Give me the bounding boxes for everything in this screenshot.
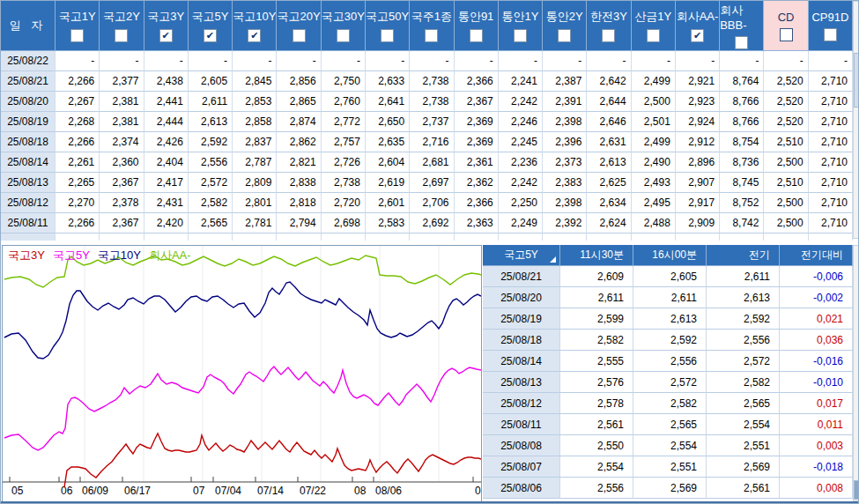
rate-cell[interactable]: -	[277, 51, 321, 71]
rate-cell[interactable]: 2,923	[676, 92, 720, 112]
rate-cell[interactable]: 2,582	[189, 193, 233, 213]
detail-value-cell[interactable]: 2,613	[707, 287, 780, 308]
detail-date-cell[interactable]: 25/08/11	[483, 414, 560, 435]
column-header[interactable]: 국고3Y✔	[144, 1, 189, 51]
row-date[interactable]: 25/08/14	[1, 152, 56, 173]
detail-value-cell[interactable]: 2,611	[633, 287, 707, 308]
rate-cell[interactable]: 2,374	[100, 132, 144, 152]
column-checkbox[interactable]	[70, 29, 84, 42]
rate-cell[interactable]: -	[56, 51, 100, 71]
column-header[interactable]: CP91D	[809, 1, 853, 51]
rate-cell[interactable]: 2,500	[764, 193, 808, 213]
rate-cell[interactable]: 2,499	[632, 71, 676, 92]
column-checkbox[interactable]: ✔	[204, 29, 217, 42]
rate-cell[interactable]: 2,236	[499, 152, 543, 173]
rate-cell[interactable]: -	[764, 51, 808, 71]
detail-value-cell[interactable]: 2,592	[633, 330, 707, 351]
rate-cell[interactable]: 2,360	[100, 152, 144, 173]
detail-column-header[interactable]: 11시30분	[560, 245, 633, 266]
rate-cell[interactable]: 2,520	[764, 71, 808, 92]
rate-cell[interactable]: 2,387	[543, 71, 587, 92]
change-cell[interactable]: -0,018	[780, 456, 853, 478]
change-cell[interactable]: -0,016	[780, 351, 853, 372]
rate-cell[interactable]: 2,265	[56, 173, 100, 193]
column-checkbox[interactable]: ✔	[691, 29, 704, 42]
rate-cell[interactable]: 2,644	[587, 92, 631, 112]
rate-cell[interactable]: 2,738	[410, 71, 454, 92]
rate-cell[interactable]: 8,752	[720, 193, 764, 213]
column-header[interactable]: CD	[764, 1, 808, 51]
rate-cell[interactable]: 2,583	[366, 213, 410, 233]
detail-value-cell[interactable]: 2,554	[560, 456, 633, 478]
rate-cell[interactable]: -	[189, 51, 233, 71]
column-checkbox[interactable]	[780, 28, 793, 41]
rate-cell[interactable]: 2,266	[56, 132, 100, 152]
row-date[interactable]: 25/08/18	[1, 132, 56, 152]
column-checkbox[interactable]	[602, 29, 615, 42]
rate-cell[interactable]: 2,404	[144, 152, 189, 173]
rate-cell[interactable]: -	[632, 51, 676, 71]
rate-cell[interactable]: 2,698	[322, 213, 366, 233]
rate-cell[interactable]: 2,862	[277, 132, 321, 152]
rate-cell[interactable]: 2,845	[233, 71, 277, 92]
rate-cell[interactable]: 2,760	[322, 92, 366, 112]
rate-cell[interactable]: 2,520	[764, 112, 808, 132]
column-header[interactable]: 회사BBB-	[720, 1, 764, 51]
rate-cell[interactable]: 2,245	[499, 132, 543, 152]
column-checkbox[interactable]	[824, 28, 837, 41]
rate-cell[interactable]: 2,444	[144, 112, 189, 132]
rate-cell[interactable]: 2,624	[587, 213, 631, 233]
rate-cell[interactable]: 2,801	[233, 193, 277, 213]
rate-cell[interactable]: 2,266	[56, 213, 100, 233]
rate-cell[interactable]: 2,896	[676, 152, 720, 173]
row-date[interactable]: 25/08/11	[1, 213, 56, 233]
detail-date-cell[interactable]: 25/08/12	[483, 393, 560, 414]
detail-value-cell[interactable]: 2,554	[707, 414, 780, 435]
rate-cell[interactable]: -	[100, 51, 144, 71]
rate-cell[interactable]: 2,681	[410, 152, 454, 173]
rate-cell[interactable]: 2,369	[455, 112, 499, 132]
detail-column-header[interactable]: 전기	[707, 245, 780, 266]
rate-cell[interactable]: 2,772	[322, 112, 366, 132]
rate-cell[interactable]: 2,367	[455, 92, 499, 112]
rate-cell[interactable]: 2,710	[809, 193, 853, 213]
change-cell[interactable]: 0,017	[780, 393, 853, 414]
column-header[interactable]: 국고20Y	[277, 1, 321, 51]
detail-column-header[interactable]: 전기대비	[780, 245, 853, 266]
rate-cell[interactable]: 2,631	[587, 132, 631, 152]
rate-cell[interactable]: 2,697	[410, 173, 454, 193]
rate-cell[interactable]: 2,381	[100, 112, 144, 132]
detail-date-cell[interactable]: 25/08/07	[483, 456, 560, 478]
rate-cell[interactable]: 2,601	[366, 193, 410, 213]
detail-value-cell[interactable]: 2,576	[560, 372, 633, 393]
rate-cell[interactable]: 2,646	[587, 112, 631, 132]
rate-cell[interactable]: 8,766	[720, 112, 764, 132]
column-header[interactable]: 통안91	[455, 1, 499, 51]
rate-cell[interactable]: 2,500	[764, 152, 808, 173]
column-checkbox[interactable]	[647, 29, 660, 42]
rate-cell[interactable]: 2,692	[410, 213, 454, 233]
rate-cell[interactable]: 2,266	[56, 71, 100, 92]
column-header[interactable]: 회사AA-✔	[676, 1, 720, 51]
rate-cell[interactable]: 2,510	[764, 132, 808, 152]
detail-date-cell[interactable]: 25/08/13	[483, 372, 560, 393]
rate-cell[interactable]: 2,490	[632, 152, 676, 173]
rate-cell[interactable]: -	[809, 51, 853, 71]
vertical-scrollbar[interactable]	[853, 1, 859, 239]
detail-value-cell[interactable]: 2,556	[707, 330, 780, 351]
rate-cell[interactable]: -	[410, 51, 454, 71]
rate-cell[interactable]: 2,641	[366, 92, 410, 112]
rate-cell[interactable]: 2,605	[189, 71, 233, 92]
column-checkbox[interactable]	[115, 29, 128, 42]
detail-column-header[interactable]: 국고5Y	[483, 245, 560, 266]
column-header[interactable]: 국고10Y✔	[233, 1, 277, 51]
rate-cell[interactable]: 2,438	[144, 71, 189, 92]
column-header[interactable]: 국고50Y	[366, 1, 410, 51]
detail-value-cell[interactable]: 2,569	[707, 456, 780, 478]
detail-value-cell[interactable]: 2,605	[633, 266, 707, 287]
detail-value-cell[interactable]: 2,599	[560, 308, 633, 330]
detail-column-header[interactable]: 16시00분	[633, 245, 707, 266]
rate-cell[interactable]: -	[499, 51, 543, 71]
rate-cell[interactable]: 2,267	[56, 92, 100, 112]
row-date[interactable]: 25/08/20	[1, 92, 56, 112]
